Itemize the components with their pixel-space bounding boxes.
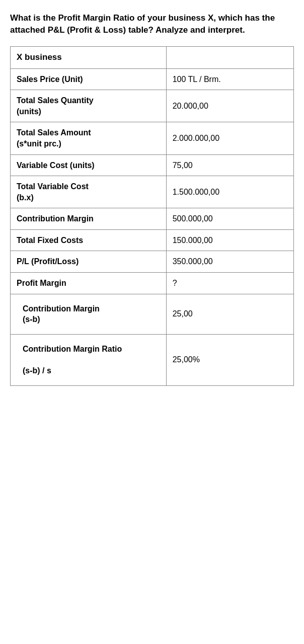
table-row: P/L (Profit/Loss) 350.000,00 [11, 251, 294, 273]
row-value: 75,00 [166, 154, 293, 176]
row-label: Total Sales Quantity(units) [11, 90, 167, 122]
row-label: P/L (Profit/Loss) [11, 251, 167, 273]
table-row: Total Fixed Costs 150.000,00 [11, 229, 294, 251]
table-row: Contribution Margin Ratio(s-b) / s 25,00… [11, 334, 294, 385]
row-value: 2.000.000,00 [166, 122, 293, 154]
header-label: X business [11, 46, 167, 68]
header-value [166, 46, 293, 68]
row-value: 100 TL / Brm. [166, 68, 293, 90]
row-label: Contribution Margin(s-b) [11, 294, 167, 334]
row-value: 500.000,00 [166, 208, 293, 230]
row-value: 25,00 [166, 294, 293, 334]
pl-table: X business Sales Price (Unit) 100 TL / B… [10, 46, 294, 386]
table-row: Total Variable Cost(b.x) 1.500.000,00 [11, 176, 294, 208]
row-value: 350.000,00 [166, 251, 293, 273]
row-value: ? [166, 273, 293, 294]
row-label: Total Sales Amount(s*unit prc.) [11, 122, 167, 154]
table-row: Profit Margin ? [11, 273, 294, 294]
row-value: 20.000,00 [166, 90, 293, 122]
row-label: Total Variable Cost(b.x) [11, 176, 167, 208]
table-row: Contribution Margin(s-b) 25,00 [11, 294, 294, 334]
row-label: Sales Price (Unit) [11, 68, 167, 90]
question-text: What is the Profit Margin Ratio of your … [10, 12, 294, 36]
row-label: Contribution Margin Ratio(s-b) / s [11, 334, 167, 385]
row-label: Variable Cost (units) [11, 154, 167, 176]
table-row: Sales Price (Unit) 100 TL / Brm. [11, 68, 294, 90]
table-row: Contribution Margin 500.000,00 [11, 208, 294, 230]
row-value: 1.500.000,00 [166, 176, 293, 208]
table-header-row: X business [11, 46, 294, 68]
row-value: 150.000,00 [166, 229, 293, 251]
table-row: Variable Cost (units) 75,00 [11, 154, 294, 176]
table-row: Total Sales Quantity(units) 20.000,00 [11, 90, 294, 122]
row-value: 25,00% [166, 334, 293, 385]
row-label: Contribution Margin [11, 208, 167, 230]
table-row: Total Sales Amount(s*unit prc.) 2.000.00… [11, 122, 294, 154]
row-label: Profit Margin [11, 273, 167, 294]
row-label: Total Fixed Costs [11, 229, 167, 251]
